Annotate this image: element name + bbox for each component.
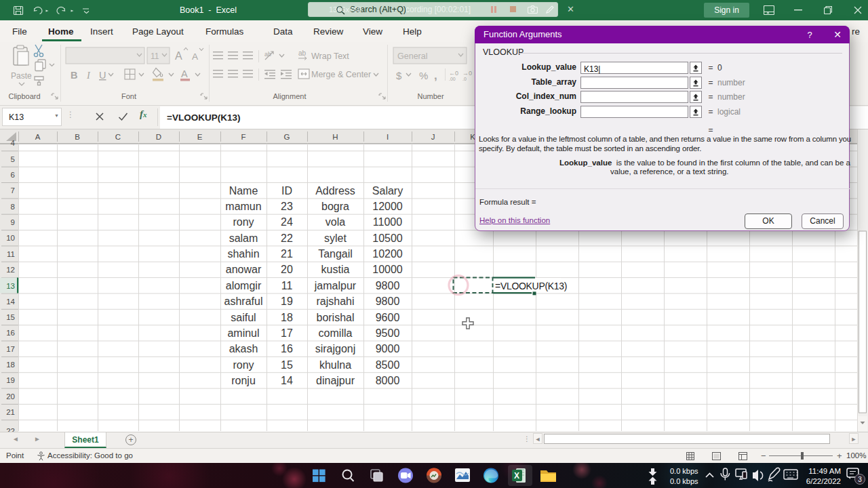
svg-text:Paste: Paste [11,71,32,81]
svg-text:6/22/2022: 6/22/2022 [806,477,841,485]
svg-text:14: 14 [6,298,15,306]
svg-text:9800: 9800 [376,280,400,291]
svg-text:11: 11 [151,52,159,61]
svg-text:11000: 11000 [373,216,402,228]
svg-text:17: 17 [281,327,293,339]
svg-text:General: General [397,52,427,61]
svg-text:12: 12 [6,266,15,274]
svg-text:14: 14 [281,375,293,386]
svg-text:.00: .00 [449,77,456,81]
svg-text:Wrap Text: Wrap Text [311,52,349,61]
svg-text:21: 21 [281,248,293,260]
svg-text:J: J [431,133,435,141]
svg-text:18: 18 [281,312,293,323]
svg-text:X: X [514,471,519,481]
svg-text:A: A [175,50,182,62]
svg-text:ab: ab [264,51,271,58]
svg-text:A: A [35,133,41,141]
svg-text:H: H [332,133,338,141]
svg-text:alomgir: alomgir [226,280,262,291]
svg-text:23: 23 [281,201,293,212]
svg-text:3: 3 [858,476,862,483]
svg-text:G: G [284,133,290,141]
svg-text:ab: ab [298,49,307,57]
svg-text:10200: 10200 [372,248,403,260]
svg-text:5: 5 [11,155,15,163]
svg-text:8500: 8500 [376,359,400,371]
svg-text:4: 4 [11,139,16,147]
svg-text:%: % [419,70,428,81]
svg-text:Address: Address [315,185,355,197]
svg-text:salam: salam [229,232,258,244]
svg-text:vola: vola [326,216,345,228]
svg-text:.0: .0 [462,77,467,81]
svg-text:9800: 9800 [376,296,400,307]
svg-text:A: A [181,68,188,79]
svg-text:8: 8 [11,203,15,211]
svg-text:I: I [86,70,91,81]
svg-text:11: 11 [281,280,293,291]
svg-text:I: I [387,133,389,141]
svg-text:E: E [197,133,203,141]
svg-text:0.0 kbps: 0.0 kbps [670,477,698,485]
svg-text:16: 16 [281,343,293,354]
svg-text:9600: 9600 [376,312,400,323]
svg-text:U: U [99,70,106,81]
svg-text:19: 19 [281,296,293,307]
svg-text:bogra: bogra [321,201,349,212]
svg-text:akash: akash [229,343,258,354]
svg-text:saiful: saiful [231,312,256,323]
svg-text:22: 22 [6,427,15,432]
svg-text:C: C [115,133,121,141]
svg-text:ID: ID [281,185,292,197]
svg-text:=VLOOKUP(K13): =VLOOKUP(K13) [495,281,567,291]
svg-text:B: B [71,70,77,81]
svg-text:kustia: kustia [321,264,350,275]
svg-text:anowar: anowar [226,264,262,275]
svg-text:15: 15 [281,359,293,371]
svg-text:0.0 kbps: 0.0 kbps [670,467,698,475]
svg-text:aminul: aminul [227,327,259,339]
svg-text:khulna: khulna [319,359,351,371]
svg-text:11: 11 [7,250,15,258]
svg-text:9: 9 [11,218,15,226]
svg-text:10000: 10000 [372,264,403,275]
svg-text:17: 17 [6,345,15,353]
svg-text:20: 20 [6,392,15,401]
svg-text:7: 7 [11,186,15,195]
svg-text:9500: 9500 [376,327,400,339]
svg-text:,: , [434,69,437,82]
svg-text:borishal: borishal [316,312,354,323]
svg-text:←0: ←0 [449,70,458,77]
svg-text:22: 22 [281,232,293,244]
svg-text:$: $ [396,70,402,81]
svg-text:shahin: shahin [227,248,259,260]
svg-text:12000: 12000 [372,201,403,212]
svg-text:11:49 AM: 11:49 AM [808,467,841,475]
svg-text:sirajgonj: sirajgonj [315,343,356,354]
svg-text:A: A [192,52,198,62]
svg-text:15: 15 [6,313,15,321]
svg-text:10500: 10500 [372,232,403,244]
svg-text:6: 6 [11,171,15,179]
svg-text:18: 18 [6,361,15,369]
svg-text:rony: rony [233,359,254,371]
svg-text:D: D [156,133,161,141]
svg-text:rajshahi: rajshahi [316,296,354,307]
svg-text:mamun: mamun [225,201,261,212]
svg-text:ronju: ronju [231,375,256,386]
svg-text:13: 13 [6,282,15,290]
svg-text:sylet: sylet [324,232,347,244]
svg-text:jamalpur: jamalpur [314,280,357,291]
svg-text:19: 19 [6,376,15,384]
svg-text:20: 20 [281,264,293,275]
svg-text:24: 24 [281,216,293,228]
svg-text:Salary: Salary [372,185,403,197]
svg-text:8000: 8000 [376,375,400,386]
svg-text:F: F [241,133,245,141]
svg-text:10: 10 [6,234,15,242]
svg-text:ashraful: ashraful [224,296,263,307]
svg-text:9000: 9000 [376,343,400,354]
svg-text:B: B [75,133,80,141]
svg-text:Tangail: Tangail [318,248,353,260]
